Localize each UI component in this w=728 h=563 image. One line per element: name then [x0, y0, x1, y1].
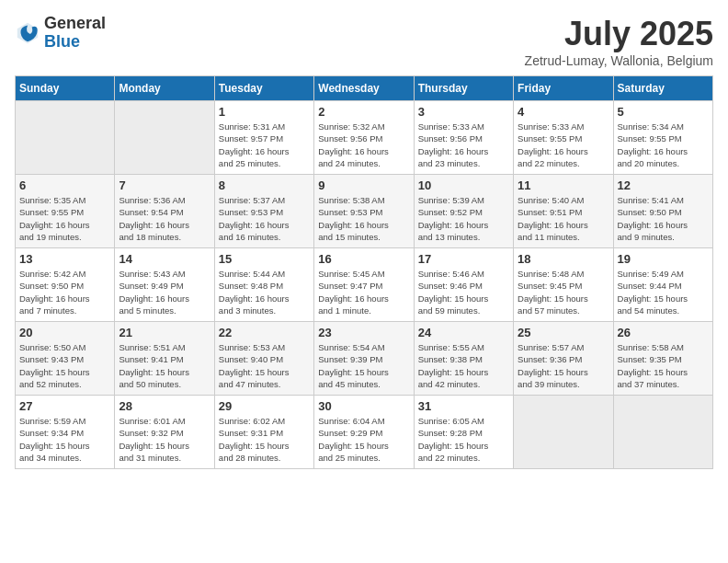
calendar-header-row: SundayMondayTuesdayWednesdayThursdayFrid…: [16, 76, 713, 101]
calendar-cell: 3Sunrise: 5:33 AM Sunset: 9:56 PM Daylig…: [414, 101, 513, 175]
day-detail: Sunrise: 5:49 AM Sunset: 9:44 PM Dayligh…: [618, 268, 709, 316]
day-number: 3: [418, 105, 509, 119]
day-detail: Sunrise: 5:51 AM Sunset: 9:41 PM Dayligh…: [119, 341, 210, 390]
logo-general: General: [44, 15, 106, 33]
day-number: 23: [318, 326, 409, 339]
day-number: 18: [518, 252, 609, 266]
day-number: 11: [518, 178, 609, 192]
header-tuesday: Tuesday: [214, 76, 313, 101]
day-detail: Sunrise: 5:32 AM Sunset: 9:56 PM Dayligh…: [318, 121, 409, 169]
day-detail: Sunrise: 5:34 AM Sunset: 9:55 PM Dayligh…: [618, 121, 709, 169]
day-number: 22: [219, 326, 310, 339]
day-number: 19: [618, 252, 709, 266]
calendar-cell: 8Sunrise: 5:37 AM Sunset: 9:53 PM Daylig…: [214, 175, 313, 248]
calendar-cell: 7Sunrise: 5:36 AM Sunset: 9:54 PM Daylig…: [115, 175, 214, 248]
day-detail: Sunrise: 5:59 AM Sunset: 9:34 PM Dayligh…: [19, 415, 110, 464]
calendar-cell: 26Sunrise: 5:58 AM Sunset: 9:35 PM Dayli…: [613, 322, 712, 396]
day-detail: Sunrise: 5:43 AM Sunset: 9:49 PM Dayligh…: [119, 268, 210, 316]
calendar-cell: [115, 101, 214, 175]
day-number: 16: [318, 252, 409, 266]
day-detail: Sunrise: 6:02 AM Sunset: 9:31 PM Dayligh…: [219, 415, 310, 464]
day-detail: Sunrise: 5:57 AM Sunset: 9:36 PM Dayligh…: [518, 341, 609, 390]
calendar-cell: 13Sunrise: 5:42 AM Sunset: 9:50 PM Dayli…: [16, 248, 115, 322]
day-number: 13: [19, 252, 110, 266]
day-detail: Sunrise: 6:05 AM Sunset: 9:28 PM Dayligh…: [418, 415, 509, 464]
day-detail: Sunrise: 5:40 AM Sunset: 9:51 PM Dayligh…: [518, 194, 609, 243]
calendar-cell: 22Sunrise: 5:53 AM Sunset: 9:40 PM Dayli…: [214, 322, 313, 396]
calendar-cell: 4Sunrise: 5:33 AM Sunset: 9:55 PM Daylig…: [514, 101, 613, 175]
calendar-week-5: 27Sunrise: 5:59 AM Sunset: 9:34 PM Dayli…: [16, 396, 713, 469]
day-detail: Sunrise: 5:33 AM Sunset: 9:55 PM Dayligh…: [518, 121, 609, 169]
day-detail: Sunrise: 5:42 AM Sunset: 9:50 PM Dayligh…: [19, 268, 110, 316]
calendar-cell: 12Sunrise: 5:41 AM Sunset: 9:50 PM Dayli…: [613, 175, 712, 248]
day-detail: Sunrise: 5:45 AM Sunset: 9:47 PM Dayligh…: [318, 268, 409, 316]
calendar-cell: 11Sunrise: 5:40 AM Sunset: 9:51 PM Dayli…: [514, 175, 613, 248]
calendar-cell: 18Sunrise: 5:48 AM Sunset: 9:45 PM Dayli…: [514, 248, 613, 322]
calendar-cell: [514, 396, 613, 469]
calendar-cell: 29Sunrise: 6:02 AM Sunset: 9:31 PM Dayli…: [214, 396, 313, 469]
day-number: 24: [418, 326, 509, 339]
page-header: General Blue July 2025 Zetrud-Lumay, Wal…: [15, 15, 713, 68]
calendar-cell: 27Sunrise: 5:59 AM Sunset: 9:34 PM Dayli…: [16, 396, 115, 469]
logo-blue: Blue: [44, 33, 106, 52]
calendar-cell: 19Sunrise: 5:49 AM Sunset: 9:44 PM Dayli…: [613, 248, 712, 322]
calendar-cell: 20Sunrise: 5:50 AM Sunset: 9:43 PM Dayli…: [16, 322, 115, 396]
calendar-cell: 1Sunrise: 5:31 AM Sunset: 9:57 PM Daylig…: [214, 101, 313, 175]
calendar-cell: [613, 396, 712, 469]
day-detail: Sunrise: 5:50 AM Sunset: 9:43 PM Dayligh…: [19, 341, 110, 390]
calendar-week-1: 1Sunrise: 5:31 AM Sunset: 9:57 PM Daylig…: [16, 101, 713, 175]
day-number: 25: [518, 326, 609, 339]
calendar-cell: 17Sunrise: 5:46 AM Sunset: 9:46 PM Dayli…: [414, 248, 513, 322]
day-number: 4: [518, 105, 609, 119]
calendar-week-2: 6Sunrise: 5:35 AM Sunset: 9:55 PM Daylig…: [16, 175, 713, 248]
day-detail: Sunrise: 5:55 AM Sunset: 9:38 PM Dayligh…: [418, 341, 509, 390]
day-detail: Sunrise: 6:01 AM Sunset: 9:32 PM Dayligh…: [119, 415, 210, 464]
header-friday: Friday: [514, 76, 613, 101]
calendar-cell: 28Sunrise: 6:01 AM Sunset: 9:32 PM Dayli…: [115, 396, 214, 469]
calendar-week-3: 13Sunrise: 5:42 AM Sunset: 9:50 PM Dayli…: [16, 248, 713, 322]
day-number: 1: [219, 105, 310, 119]
day-number: 20: [19, 326, 110, 339]
day-detail: Sunrise: 5:46 AM Sunset: 9:46 PM Dayligh…: [418, 268, 509, 316]
calendar-cell: [16, 101, 115, 175]
calendar-cell: 24Sunrise: 5:55 AM Sunset: 9:38 PM Dayli…: [414, 322, 513, 396]
calendar-week-4: 20Sunrise: 5:50 AM Sunset: 9:43 PM Dayli…: [16, 322, 713, 396]
location: Zetrud-Lumay, Wallonia, Belgium: [525, 53, 713, 68]
calendar-cell: 21Sunrise: 5:51 AM Sunset: 9:41 PM Dayli…: [115, 322, 214, 396]
day-detail: Sunrise: 5:53 AM Sunset: 9:40 PM Dayligh…: [219, 341, 310, 390]
header-wednesday: Wednesday: [314, 76, 414, 101]
day-detail: Sunrise: 5:48 AM Sunset: 9:45 PM Dayligh…: [518, 268, 609, 316]
day-number: 7: [119, 178, 210, 192]
day-number: 27: [19, 399, 110, 413]
day-number: 5: [618, 105, 709, 119]
calendar-cell: 5Sunrise: 5:34 AM Sunset: 9:55 PM Daylig…: [613, 101, 712, 175]
day-number: 31: [418, 399, 509, 413]
day-detail: Sunrise: 5:39 AM Sunset: 9:52 PM Dayligh…: [418, 194, 509, 243]
title-block: July 2025 Zetrud-Lumay, Wallonia, Belgiu…: [525, 15, 713, 68]
logo: General Blue: [15, 15, 106, 52]
day-number: 17: [418, 252, 509, 266]
day-number: 30: [318, 399, 409, 413]
day-number: 6: [19, 178, 110, 192]
calendar-cell: 10Sunrise: 5:39 AM Sunset: 9:52 PM Dayli…: [414, 175, 513, 248]
calendar-cell: 6Sunrise: 5:35 AM Sunset: 9:55 PM Daylig…: [16, 175, 115, 248]
day-number: 8: [219, 178, 310, 192]
day-number: 2: [318, 105, 409, 119]
day-number: 9: [318, 178, 409, 192]
calendar-cell: 16Sunrise: 5:45 AM Sunset: 9:47 PM Dayli…: [314, 248, 414, 322]
day-detail: Sunrise: 5:31 AM Sunset: 9:57 PM Dayligh…: [219, 121, 310, 169]
day-detail: Sunrise: 5:33 AM Sunset: 9:56 PM Dayligh…: [418, 121, 509, 169]
header-thursday: Thursday: [414, 76, 513, 101]
header-saturday: Saturday: [613, 76, 712, 101]
day-number: 29: [219, 399, 310, 413]
calendar-cell: 2Sunrise: 5:32 AM Sunset: 9:56 PM Daylig…: [314, 101, 414, 175]
calendar-cell: 30Sunrise: 6:04 AM Sunset: 9:29 PM Dayli…: [314, 396, 414, 469]
day-detail: Sunrise: 5:54 AM Sunset: 9:39 PM Dayligh…: [318, 341, 409, 390]
day-detail: Sunrise: 5:36 AM Sunset: 9:54 PM Dayligh…: [119, 194, 210, 243]
calendar-cell: 15Sunrise: 5:44 AM Sunset: 9:48 PM Dayli…: [214, 248, 313, 322]
calendar-cell: 31Sunrise: 6:05 AM Sunset: 9:28 PM Dayli…: [414, 396, 513, 469]
logo-text: General Blue: [44, 15, 106, 52]
day-number: 28: [119, 399, 210, 413]
day-number: 14: [119, 252, 210, 266]
day-detail: Sunrise: 5:58 AM Sunset: 9:35 PM Dayligh…: [618, 341, 709, 390]
